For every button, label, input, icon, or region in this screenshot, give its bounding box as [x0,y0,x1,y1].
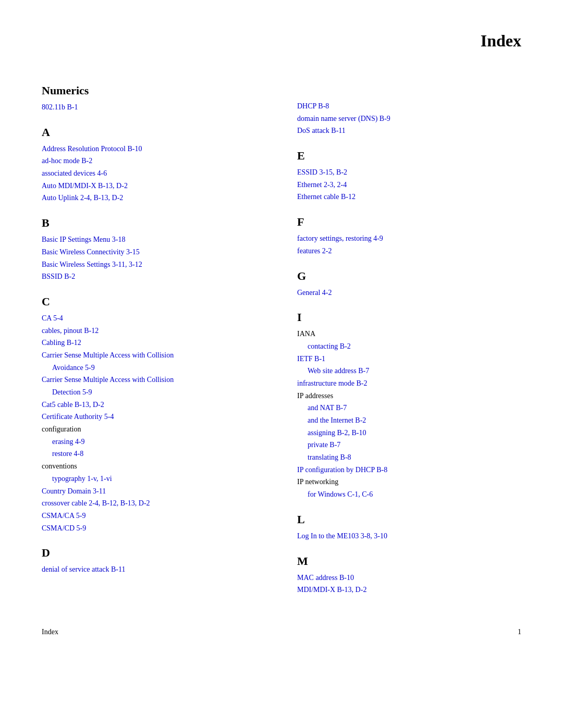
section-f: F factory settings, restoring 4-9 featur… [297,215,521,256]
section-m: M MAC address B-10 MDI/MDI-X B-13, D-2 [297,554,521,596]
section-header-a: A [42,126,266,139]
list-item[interactable]: MDI/MDI-X B-13, D-2 [297,584,521,596]
list-item[interactable]: crossover cable 2-4, B-12, B-13, D-2 [42,498,266,509]
list-item[interactable]: DHCP B-8 [297,101,521,112]
list-item[interactable]: Cabling B-12 [42,337,266,349]
list-item[interactable]: restore 4-8 [52,448,266,460]
section-d: D denial of service attack B-11 [42,546,266,575]
section-c: C CA 5-4 cables, pinout B-12 Cabling B-1… [42,295,266,534]
list-item[interactable]: translating B-8 [308,452,521,463]
list-item[interactable]: Ethernet cable B-12 [297,191,521,203]
list-item[interactable]: assigning B-2, B-10 [308,427,521,439]
list-item[interactable]: domain name server (DNS) B-9 [297,113,521,125]
list-item[interactable]: typography 1-v, 1-vi [52,473,266,485]
list-item[interactable]: for Windows C-1, C-6 [308,489,521,500]
section-e: E ESSID 3-15, B-2 Ethernet 2-3, 2-4 Ethe… [297,149,521,203]
list-item[interactable]: ESSID 3-15, B-2 [297,167,521,178]
list-item[interactable]: BSSID B-2 [42,271,266,282]
page-title: Index [42,31,521,51]
section-numerics: Numerics 802.11b B-1 [42,84,266,113]
list-item[interactable]: private B-7 [308,439,521,451]
footer-page-number: 1 [518,628,521,636]
list-item: IANA [297,328,521,340]
list-item[interactable]: contacting B-2 [308,341,521,352]
list-item: configuration [42,424,266,435]
list-item[interactable]: Web site address B-7 [308,365,521,377]
section-a: A Address Resolution Protocol B-10 ad-ho… [42,126,266,204]
section-b: B Basic IP Settings Menu 3-18 Basic Wire… [42,216,266,282]
section-header-numerics: Numerics [42,84,266,97]
list-item[interactable]: Auto Uplink 2-4, B-13, D-2 [42,192,266,204]
list-item[interactable]: Country Domain 3-11 [42,486,266,497]
section-header-g: G [297,269,521,283]
list-item[interactable]: CSMA/CA 5-9 [42,510,266,522]
list-item[interactable]: Basic Wireless Settings 3-11, 3-12 [42,259,266,270]
list-item[interactable]: Auto MDI/MDI-X B-13, D-2 [42,180,266,192]
section-g: G General 4-2 [297,269,521,299]
list-item[interactable]: ad-hoc mode B-2 [42,155,266,167]
list-item[interactable]: MAC address B-10 [297,572,521,584]
list-item[interactable]: DoS attack B-11 [297,125,521,137]
list-item[interactable]: Carrier Sense Multiple Access with Colli… [42,350,266,361]
list-item[interactable]: denial of service attack B-11 [42,564,266,575]
list-item[interactable]: Avoidance 5-9 [52,362,266,374]
list-item[interactable]: Basic Wireless Connectivity 3-15 [42,246,266,258]
section-header-f: F [297,215,521,229]
list-item[interactable]: Detection 5-9 [52,387,266,398]
list-item[interactable]: Log In to the ME103 3-8, 3-10 [297,530,521,542]
list-item[interactable]: cables, pinout B-12 [42,325,266,337]
list-item[interactable]: 802.11b B-1 [42,102,266,113]
section-header-m: M [297,554,521,568]
list-item[interactable]: factory settings, restoring 4-9 [297,233,521,244]
list-item[interactable]: IP configuration by DHCP B-8 [297,464,521,476]
list-item[interactable]: Ethernet 2-3, 2-4 [297,179,521,191]
list-item[interactable]: Certificate Authority 5-4 [42,411,266,423]
section-header-b: B [42,216,266,230]
section-header-d: D [42,546,266,560]
list-item: IP addresses [297,390,521,402]
list-item[interactable]: Address Resolution Protocol B-10 [42,143,266,155]
section-i: I IANA contacting B-2 IETF B-1 Web site … [297,311,521,500]
list-item[interactable]: erasing 4-9 [52,436,266,448]
section-header-i: I [297,311,521,324]
list-item[interactable]: features 2-2 [297,245,521,257]
list-item[interactable]: IETF B-1 [297,353,521,365]
section-header-l: L [297,513,521,526]
section-d-continued: DHCP B-8 domain name server (DNS) B-9 Do… [297,101,521,137]
section-l: L Log In to the ME103 3-8, 3-10 [297,513,521,542]
list-item[interactable]: and NAT B-7 [308,402,521,414]
list-item[interactable]: General 4-2 [297,287,521,299]
list-item[interactable]: Cat5 cable B-13, D-2 [42,399,266,411]
list-item[interactable]: Carrier Sense Multiple Access with Colli… [42,374,266,386]
list-item[interactable]: associated devices 4-6 [42,168,266,179]
list-item[interactable]: CSMA/CD 5-9 [42,523,266,534]
list-item[interactable]: infrastructure mode B-2 [297,378,521,389]
list-item[interactable]: Basic IP Settings Menu 3-18 [42,234,266,245]
footer-label: Index [42,628,58,636]
left-column: Numerics 802.11b B-1 A Address Resolutio… [42,71,266,597]
section-header-c: C [42,295,266,309]
list-item: conventions [42,461,266,472]
list-item: IP networking [297,476,521,488]
list-item[interactable]: and the Internet B-2 [308,415,521,426]
list-item[interactable]: CA 5-4 [42,313,266,324]
section-header-e: E [297,149,521,163]
right-column: DHCP B-8 domain name server (DNS) B-9 Do… [297,71,521,597]
page-footer: Index 1 [42,628,521,636]
